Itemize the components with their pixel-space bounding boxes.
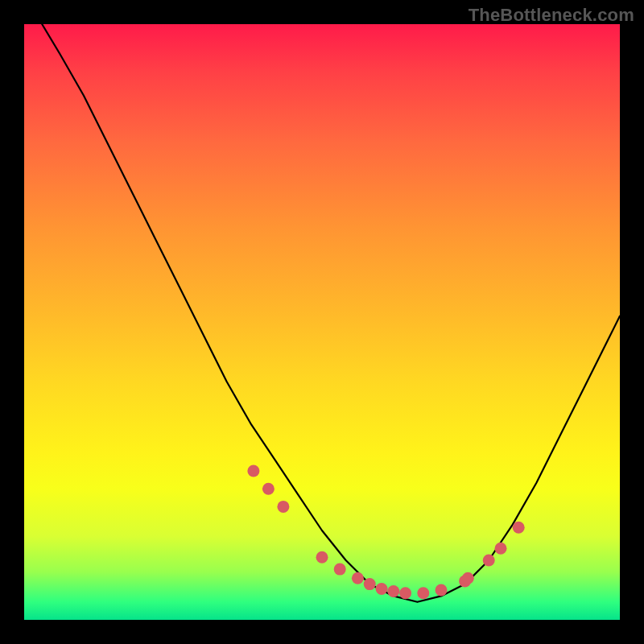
svg-point-6 [364, 578, 376, 590]
svg-point-16 [513, 522, 525, 534]
svg-point-4 [334, 564, 346, 576]
svg-point-14 [483, 555, 495, 567]
svg-point-13 [462, 572, 474, 584]
svg-point-2 [277, 501, 289, 513]
svg-point-3 [316, 551, 328, 564]
svg-point-7 [376, 583, 388, 595]
watermark-text: TheBottleneck.com [469, 5, 634, 26]
curve-line [42, 24, 620, 602]
svg-point-8 [387, 585, 399, 597]
svg-point-9 [399, 587, 411, 599]
chart-container: TheBottleneck.com [0, 0, 644, 644]
svg-point-0 [247, 465, 259, 477]
svg-point-11 [436, 584, 448, 597]
svg-point-15 [495, 543, 507, 555]
marker-points [247, 465, 524, 600]
svg-point-10 [417, 587, 429, 599]
plot-area [24, 24, 620, 620]
svg-point-5 [352, 572, 364, 584]
svg-point-1 [262, 483, 275, 495]
plot-svg [24, 24, 620, 620]
